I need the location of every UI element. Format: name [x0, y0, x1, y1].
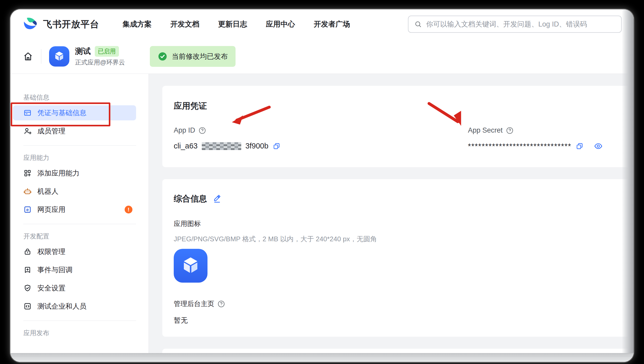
alert-badge: ! — [125, 206, 132, 213]
sidebar-item-label: 网页应用 — [37, 205, 65, 214]
home-icon[interactable] — [23, 51, 33, 62]
app-icon-preview — [174, 249, 207, 283]
sidebar-item-凭证与基础信息[interactable]: 凭证与基础信息 — [13, 105, 136, 120]
shield-check-icon — [23, 284, 32, 292]
search-input[interactable]: 你可以输入文档关键词、开发问题、Log ID、错误码 — [408, 16, 622, 33]
app-id-copy-icon[interactable] — [273, 142, 280, 150]
credential-icon — [23, 109, 32, 117]
top-navbar: 飞书开放平台 集成方案开发文档更新日志应用中心开发者广场 你可以输入文档关键词、… — [10, 9, 634, 39]
sidebar-item-label: 事件与回调 — [37, 265, 72, 275]
homepage-label: 管理后台主页 — [174, 299, 214, 308]
app-secret-reveal-icon[interactable] — [594, 142, 603, 151]
sidebar-item-安全设置[interactable]: 安全设置 — [13, 281, 136, 296]
sidebar-item-label: 测试企业和人员 — [37, 302, 86, 311]
logo-text: 飞书开放平台 — [43, 18, 99, 30]
sidebar-item-权限管理[interactable]: 权限管理 — [13, 244, 136, 259]
app-secret-label: App Secret — [468, 126, 503, 134]
sidebar: 基础信息凭证与基础信息成员管理应用能力添加应用能力机器人e网页应用!开发配置权限… — [10, 74, 149, 362]
feishu-logo[interactable]: 飞书开放平台 — [23, 17, 99, 31]
app-id-suffix: 3f900b — [245, 142, 269, 150]
svg-text:e: e — [26, 207, 29, 212]
credentials-card-title: 应用凭证 — [174, 100, 207, 112]
app-secret-copy-icon[interactable] — [576, 142, 583, 150]
main-content: 应用凭证 App ID cli_a633f90 — [149, 74, 634, 362]
feishu-logo-icon — [23, 17, 39, 31]
sidebar-item-label: 添加应用能力 — [37, 168, 79, 178]
app-header: 测试 已启用 正式应用@环界云 当前修改均已发布 — [10, 39, 634, 74]
publish-status-text: 当前修改均已发布 — [172, 52, 228, 61]
sidebar-section-title: 应用能力 — [23, 153, 149, 162]
edit-icon[interactable] — [213, 194, 222, 203]
app-subtitle: 正式应用@环界云 — [75, 58, 125, 67]
nav-menu: 集成方案开发文档更新日志应用中心开发者广场 — [123, 19, 350, 29]
search-placeholder: 你可以输入文档关键词、开发问题、Log ID、错误码 — [426, 20, 587, 29]
app-name: 测试 — [75, 46, 91, 57]
app-secret-masked: ****************************** — [468, 142, 572, 151]
browser-window: 飞书开放平台 集成方案开发文档更新日志应用中心开发者广场 你可以输入文档关键词、… — [10, 9, 634, 362]
sidebar-item-事件与回调[interactable]: 事件与回调 — [13, 262, 136, 277]
sidebar-item-机器人[interactable]: 机器人 — [13, 184, 136, 199]
add-capability-icon — [23, 169, 32, 177]
nav-item[interactable]: 开发文档 — [170, 19, 199, 29]
cube-glyph — [178, 253, 203, 278]
enabled-badge: 已启用 — [95, 46, 119, 57]
app-avatar — [49, 46, 69, 67]
sidebar-section-title: 开发配置 — [23, 232, 149, 240]
sidebar-divider — [23, 321, 136, 321]
nav-item[interactable]: 开发者广场 — [314, 19, 350, 29]
app-id-prefix: cli_a63 — [174, 142, 198, 150]
web-app-icon: e — [23, 205, 32, 214]
sidebar-item-label: 机器人 — [37, 187, 58, 196]
sidebar-section-title: 基础信息 — [23, 93, 149, 102]
sidebar-divider — [23, 145, 136, 146]
nav-item[interactable]: 应用中心 — [266, 19, 295, 29]
sidebar-item-测试企业和人员[interactable]: 测试企业和人员 — [13, 299, 136, 314]
nav-item[interactable]: 集成方案 — [123, 19, 152, 29]
nav-item[interactable]: 更新日志 — [218, 19, 247, 29]
sidebar-item-label: 权限管理 — [37, 247, 65, 256]
next-card-stub — [162, 349, 634, 362]
app-icon-hint: JPEG/PNG/SVG/BMP 格式，2 MB 以内，大于 240*240 p… — [174, 235, 626, 244]
sidebar-divider — [23, 224, 136, 224]
general-card-title: 综合信息 — [174, 193, 207, 205]
homepage-value: 暂无 — [174, 316, 626, 325]
app-secret-help-icon[interactable] — [506, 127, 514, 134]
sidebar-item-添加应用能力[interactable]: 添加应用能力 — [13, 166, 136, 181]
search-icon — [414, 20, 422, 28]
divider — [41, 49, 41, 64]
event-callback-icon — [23, 266, 32, 274]
lock-icon — [23, 248, 32, 256]
cube-glyph — [52, 49, 66, 64]
app-id-redacted — [202, 142, 241, 150]
check-circle-icon — [158, 51, 167, 61]
sidebar-item-label: 安全设置 — [37, 283, 65, 293]
general-info-card: 综合信息 应用图标 JPEG/PNG/SVG/BMP 格式，2 MB 以内，大于… — [162, 179, 634, 337]
robot-icon — [23, 187, 32, 196]
homepage-help-icon[interactable] — [217, 300, 225, 308]
publish-status-pill: 当前修改均已发布 — [150, 46, 236, 67]
credentials-card: 应用凭证 App ID cli_a633f90 — [162, 86, 634, 167]
sidebar-item-网页应用[interactable]: e网页应用! — [13, 202, 136, 217]
member-add-icon — [23, 127, 32, 135]
sidebar-item-label: 成员管理 — [37, 126, 65, 136]
sidebar-item-成员管理[interactable]: 成员管理 — [13, 124, 136, 139]
app-icon-label: 应用图标 — [174, 219, 201, 228]
sidebar-section-title: 应用发布 — [23, 329, 149, 337]
sidebar-item-label: 凭证与基础信息 — [37, 108, 86, 118]
app-id-help-icon[interactable] — [198, 127, 206, 134]
code-icon — [23, 302, 32, 310]
app-id-label: App ID — [174, 126, 195, 134]
